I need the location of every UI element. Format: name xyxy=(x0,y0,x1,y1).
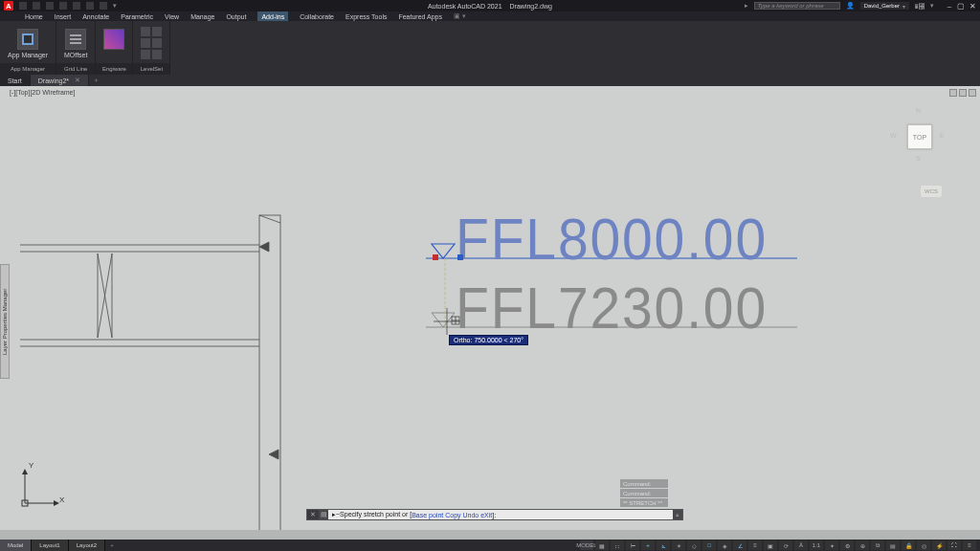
menu-view[interactable]: View xyxy=(165,13,179,20)
levelset-icon-6[interactable] xyxy=(152,50,162,59)
app-logo[interactable]: A xyxy=(4,1,13,11)
cmd-opt-undo[interactable]: Undo xyxy=(463,512,479,518)
minimize-button[interactable]: – xyxy=(946,2,953,10)
layout-tab-model[interactable]: Model xyxy=(0,540,32,551)
grip-basepoint[interactable] xyxy=(433,254,438,260)
status-lwt-icon[interactable]: ≡ xyxy=(748,540,762,550)
signin-icon[interactable]: 👤 xyxy=(846,2,855,10)
status-bar[interactable]: Model Layout1 Layout2 ＋ MODEL ▦ ∷ ⊢ + ⊾ … xyxy=(0,540,980,551)
status-units-icon[interactable]: ⧉ xyxy=(871,540,884,550)
grip-insertion[interactable] xyxy=(457,254,463,260)
close-button[interactable]: ✕ xyxy=(969,2,976,10)
status-iso-icon[interactable]: ◇ xyxy=(687,540,701,550)
cmd-opt-exit[interactable]: eXit xyxy=(480,512,492,518)
search-input[interactable]: Type a keyword or phrase xyxy=(754,2,840,10)
app-title: Autodesk AutoCAD 2021 xyxy=(428,3,501,10)
menu-collaborate[interactable]: Collaborate xyxy=(300,13,334,20)
ffl-text-selected[interactable]: FFL8000.00 xyxy=(456,205,768,273)
wcs-button[interactable]: WCS xyxy=(921,186,942,197)
layout-tab-2[interactable]: Layout2 xyxy=(69,540,105,551)
status-annoscale-icon[interactable]: Å xyxy=(794,540,808,550)
engiware-button[interactable]: . xyxy=(103,29,124,58)
status-lockui-icon[interactable]: 🔒 xyxy=(902,540,915,550)
command-line[interactable]: ✕ ▤ ▸~Specify stretch point or [ Base po… xyxy=(306,509,683,520)
status-quickprops-icon[interactable]: ▤ xyxy=(886,540,900,550)
svg-marker-20 xyxy=(432,313,455,327)
qat-redo-icon[interactable] xyxy=(100,2,107,10)
status-ws-icon[interactable]: ⚙ xyxy=(840,540,854,550)
levelset-icon-3[interactable] xyxy=(141,38,150,48)
app-manager-button[interactable]: App Manager xyxy=(8,29,48,58)
status-polar-icon[interactable]: ✴ xyxy=(672,540,685,550)
menu-bar[interactable]: Home Insert Annotate Parametric View Man… xyxy=(0,11,980,21)
quick-access-toolbar[interactable]: A ▾ xyxy=(4,1,117,11)
qat-saveas-icon[interactable] xyxy=(59,2,67,10)
commandline-input[interactable]: ▸~Specify stretch point or [ Base point … xyxy=(328,510,673,519)
levelset-icon-1[interactable] xyxy=(141,27,150,36)
moffset-button[interactable]: MOffset xyxy=(64,29,87,58)
status-customize-icon[interactable]: ≡ xyxy=(963,540,976,550)
viewcube-e[interactable]: E xyxy=(940,132,945,139)
doctab-start[interactable]: Start xyxy=(0,75,31,86)
status-ortho-icon[interactable]: ⊾ xyxy=(657,540,670,550)
cmd-opt-copy[interactable]: Copy xyxy=(445,512,460,518)
levelset-icon-4[interactable] xyxy=(152,38,162,48)
status-monitor-icon[interactable]: ⊕ xyxy=(856,540,869,550)
cmd-opt-base[interactable]: Base point xyxy=(412,512,443,518)
menu-manage[interactable]: Manage xyxy=(190,13,214,20)
doctab-new-button[interactable]: ＋ xyxy=(89,75,102,86)
autodesk-app-icon[interactable]: �⵬ xyxy=(915,3,924,10)
menu-home[interactable]: Home xyxy=(25,13,43,20)
levelset-icon-2[interactable] xyxy=(152,27,162,36)
maximize-button[interactable]: ▢ xyxy=(957,2,965,10)
qat-save-icon[interactable] xyxy=(46,2,54,10)
status-scale-value[interactable]: 1:1 xyxy=(810,540,823,550)
commandline-close-icon[interactable]: ✕ xyxy=(307,511,319,518)
status-infer-icon[interactable]: ⊢ xyxy=(626,540,639,550)
status-annovis-icon[interactable]: ✦ xyxy=(825,540,838,550)
viewcube-n[interactable]: N xyxy=(916,107,921,114)
status-trans-icon[interactable]: ▣ xyxy=(764,540,777,550)
menu-featured[interactable]: Featured Apps xyxy=(398,13,442,20)
viewcube-w[interactable]: W xyxy=(890,132,897,139)
status-tray[interactable]: MODEL ▦ ∷ ⊢ + ⊾ ✴ ◇ □ ◈ ∠ ≡ ▣ ⟳ Å 1:1 ✦ … xyxy=(580,540,980,550)
doctab-drawing[interactable]: Drawing2* ✕ xyxy=(31,75,89,86)
menu-output[interactable]: Output xyxy=(226,13,246,20)
ucs-icon[interactable]: Y X xyxy=(17,463,65,515)
qat-undo-icon[interactable] xyxy=(86,2,94,10)
qat-plot-icon[interactable] xyxy=(73,2,80,10)
status-osnap-icon[interactable]: □ xyxy=(702,540,716,550)
status-snap-icon[interactable]: ∷ xyxy=(611,540,624,550)
status-grid-icon[interactable]: ▦ xyxy=(595,540,609,550)
layout-tab-add[interactable]: ＋ xyxy=(105,541,119,550)
viewcube[interactable]: TOP N S W E xyxy=(886,103,953,170)
menu-insert[interactable]: Insert xyxy=(55,13,72,20)
help-icon[interactable]: ▾ xyxy=(930,2,934,10)
viewcube-face[interactable]: TOP xyxy=(907,124,932,149)
drawing-canvas[interactable]: [-][Top][2D Wireframe] Layer Properties … xyxy=(0,86,980,530)
status-model-tag[interactable]: MODEL xyxy=(580,540,593,550)
menu-annotate[interactable]: Annotate xyxy=(82,13,109,20)
panel-overflow-icon[interactable]: ▣ ▾ xyxy=(454,12,466,20)
layout-tab-1[interactable]: Layout1 xyxy=(32,540,68,551)
levelset-icon-5[interactable] xyxy=(141,50,150,59)
menu-express[interactable]: Express Tools xyxy=(345,13,387,20)
commandline-customize-icon[interactable]: ▤ xyxy=(319,510,328,519)
menu-addins[interactable]: Add-ins xyxy=(257,11,288,21)
status-cycling-icon[interactable]: ⟳ xyxy=(779,540,792,550)
qat-open-icon[interactable] xyxy=(33,2,40,10)
qat-new-icon[interactable] xyxy=(19,2,27,10)
status-hardware-icon[interactable]: ⚡ xyxy=(932,540,946,550)
commandline-history-icon[interactable]: ▴ xyxy=(673,510,682,519)
status-dyninput-icon[interactable]: + xyxy=(641,540,655,550)
viewcube-s[interactable]: S xyxy=(916,155,921,162)
status-3dosnap-icon[interactable]: ◈ xyxy=(718,540,731,550)
user-menu[interactable]: David_Gerber ▾ xyxy=(860,2,909,10)
status-otrack-icon[interactable]: ∠ xyxy=(733,540,746,550)
status-cleanscreen-icon[interactable]: ⛶ xyxy=(947,540,961,550)
doctab-close-icon[interactable]: ✕ xyxy=(75,77,80,84)
menu-parametric[interactable]: Parametric xyxy=(121,13,153,20)
document-tabs[interactable]: Start Drawing2* ✕ ＋ xyxy=(0,75,980,86)
levelset-buttons[interactable] xyxy=(141,27,162,59)
status-isolate-icon[interactable]: ◎ xyxy=(917,540,930,550)
